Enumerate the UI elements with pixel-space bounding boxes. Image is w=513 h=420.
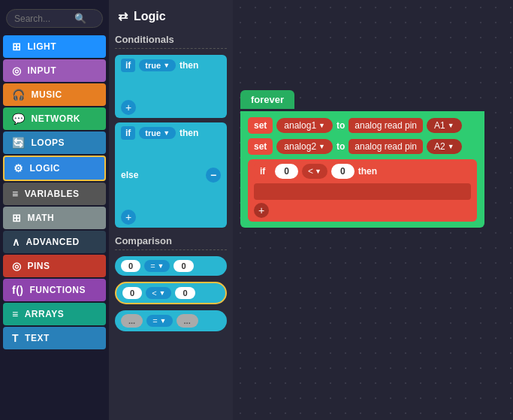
conditionals-section-label: Conditionals (115, 34, 227, 49)
then-keyword-2: then (180, 128, 198, 138)
arrays-icon: ≡ (12, 308, 19, 320)
add-block-button-1[interactable]: + (121, 100, 136, 115)
panel-title: ⇄ Logic (115, 9, 227, 23)
if-block-1[interactable]: if true ▼ then + (115, 55, 227, 118)
math-icon: ⊞ (12, 212, 22, 224)
true-dropdown-1[interactable]: true ▼ (139, 59, 176, 71)
functions-icon: f() (12, 284, 24, 296)
set-analog1-row: set analog1 ▼ to analog read pin A1 ▼ (248, 117, 477, 134)
middle-panel: ⇄ Logic Conditionals if true ▼ then + if… (109, 0, 233, 420)
analog1-dropdown[interactable]: analog1 ▼ (276, 118, 333, 133)
set-label-2: set (248, 138, 273, 155)
if-keyword-2: if (121, 126, 135, 140)
chevron-icon: ▼ (163, 62, 170, 69)
sidebar-item-label: INPUT (28, 65, 57, 76)
sidebar-item-label: TEXT (25, 333, 50, 343)
chevron-icon: ▼ (159, 289, 166, 297)
sidebar-item-label: ARRAYS (25, 309, 65, 319)
comp1-right: 0 (174, 260, 193, 272)
pins-icon: ◎ (12, 260, 22, 272)
remove-block-button[interactable]: − (206, 168, 221, 183)
true-dropdown-2[interactable]: true ▼ (139, 127, 176, 139)
add-ws-block[interactable]: + (254, 203, 471, 218)
comparison-section-label: Comparison (115, 235, 227, 250)
sidebar: 🔍 ⊞ LIGHT ◎ INPUT 🎧 MUSIC 💬 NETWORK 🔄 LO… (0, 0, 109, 420)
input-icon: ◎ (12, 65, 22, 77)
analog-read-func-2: analog read pin (349, 139, 423, 154)
sidebar-item-label: NETWORK (32, 113, 81, 124)
sidebar-item-variables[interactable]: ≡ VARIABLES (3, 183, 106, 205)
sidebar-item-label: LOOPS (32, 137, 65, 148)
ws-op-dropdown[interactable]: < ▼ (302, 164, 327, 179)
sidebar-item-label: VARIABLES (25, 189, 80, 199)
sidebar-item-advanced[interactable]: ∧ ADVANCED (3, 231, 106, 253)
sidebar-item-text[interactable]: T TEXT (3, 327, 106, 349)
ws-left-zero: 0 (275, 164, 298, 179)
light-icon: ⊞ (12, 41, 22, 53)
workspace: forever set analog1 ▼ to analog read pin… (233, 0, 513, 420)
then-keyword-ws: then (358, 166, 377, 177)
sidebar-item-pins[interactable]: ◎ PINS (3, 255, 106, 277)
sidebar-item-label: MUSIC (32, 89, 62, 100)
analog-read-func-1: analog read pin (349, 118, 423, 133)
to-label-1: to (336, 120, 345, 131)
comp1-op-dropdown[interactable]: = ▼ (144, 260, 170, 272)
chevron-icon: ▼ (318, 122, 325, 129)
sidebar-item-network[interactable]: 💬 NETWORK (3, 107, 106, 130)
if-else-block-2[interactable]: if true ▼ then else − + (115, 122, 227, 228)
forever-body: set analog1 ▼ to analog read pin A1 ▼ se… (240, 111, 484, 228)
comp2-op-dropdown[interactable]: < ▼ (146, 287, 171, 299)
text-icon: T (12, 332, 19, 344)
sidebar-item-label: LIGHT (28, 41, 57, 52)
comparison-block-equals[interactable]: 0 = ▼ 0 (115, 256, 227, 276)
sidebar-item-label: PINS (28, 261, 50, 271)
sidebar-item-light[interactable]: ⊞ LIGHT (3, 35, 106, 58)
set-analog2-row: set analog2 ▼ to analog read pin A2 ▼ (248, 138, 477, 155)
if-ws-block: if 0 < ▼ 0 then + (248, 159, 477, 222)
if-body-ws (254, 183, 471, 200)
search-input[interactable] (14, 14, 74, 24)
search-icon: 🔍 (74, 13, 86, 24)
then-keyword-1: then (180, 60, 198, 71)
sidebar-item-label: FUNCTIONS (30, 285, 86, 295)
comparison-block-string-equals[interactable]: ... = ▼ ... (115, 310, 227, 331)
chevron-icon: ▼ (448, 143, 454, 150)
sidebar-item-music[interactable]: 🎧 MUSIC (3, 83, 106, 106)
chevron-icon: ▼ (158, 262, 164, 270)
analog2-dropdown[interactable]: analog2 ▼ (276, 139, 333, 154)
chevron-icon: ▼ (163, 129, 170, 137)
comp2-left: 0 (122, 287, 142, 299)
chevron-icon: ▼ (160, 317, 167, 325)
sidebar-item-logic[interactable]: ⚙ LOGIC (3, 156, 106, 181)
add-block-button-2[interactable]: + (121, 210, 136, 225)
chevron-icon: ▼ (448, 122, 454, 129)
pin-a2-dropdown[interactable]: A2 ▼ (427, 139, 462, 154)
to-label-2: to (336, 141, 345, 152)
else-keyword: else (121, 170, 138, 180)
set-label-1: set (248, 117, 273, 134)
search-bar[interactable]: 🔍 (6, 9, 103, 28)
comp3-left: ... (121, 314, 143, 328)
advanced-icon: ∧ (12, 236, 20, 248)
music-icon: 🎧 (12, 89, 26, 101)
comp2-right: 0 (175, 287, 195, 299)
comp3-op-dropdown[interactable]: = ▼ (146, 315, 172, 327)
forever-block[interactable]: forever (240, 90, 294, 109)
sidebar-item-arrays[interactable]: ≡ ARRAYS (3, 303, 106, 325)
sidebar-item-math[interactable]: ⊞ MATH (3, 207, 106, 229)
chevron-icon: ▼ (318, 143, 325, 150)
network-icon: 💬 (12, 113, 26, 125)
sidebar-item-label: ADVANCED (26, 237, 80, 247)
sidebar-item-label: MATH (28, 213, 55, 223)
sidebar-item-functions[interactable]: f() FUNCTIONS (3, 279, 106, 301)
sidebar-item-loops[interactable]: 🔄 LOOPS (3, 131, 106, 154)
panel-icon: ⇄ (118, 9, 128, 23)
plus-button-ws[interactable]: + (254, 203, 269, 218)
pin-a1-dropdown[interactable]: A1 ▼ (427, 118, 462, 133)
sidebar-item-label: LOGIC (30, 163, 61, 174)
sidebar-item-input[interactable]: ◎ INPUT (3, 59, 106, 82)
comparison-block-less-than[interactable]: 0 < ▼ 0 (115, 282, 227, 304)
comp1-left: 0 (121, 260, 140, 272)
if-keyword-ws: if (254, 163, 271, 180)
if-condition-row: if 0 < ▼ 0 then (254, 163, 471, 180)
